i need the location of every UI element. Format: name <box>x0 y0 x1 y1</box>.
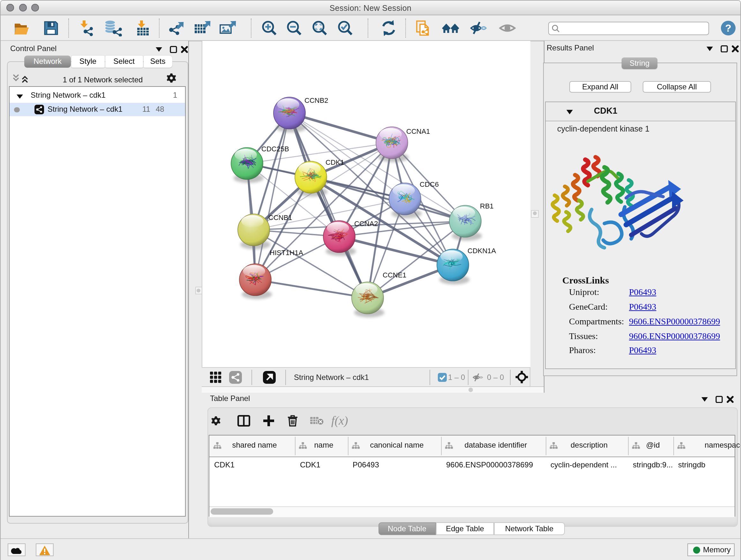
svg-text:CDC25B: CDC25B <box>261 145 289 153</box>
svg-text:CCNB2: CCNB2 <box>305 97 328 105</box>
svg-text:CDK1: CDK1 <box>326 159 344 166</box>
svg-text:?: ? <box>725 22 731 34</box>
svg-text:RB1: RB1 <box>480 202 494 210</box>
svg-text:CCNE1: CCNE1 <box>383 271 407 279</box>
svg-text:CCNB1: CCNB1 <box>268 213 292 222</box>
svg-text:CDC6: CDC6 <box>420 180 439 188</box>
svg-text:HIST1H1A: HIST1H1A <box>270 249 303 257</box>
svg-text:CCNA2: CCNA2 <box>354 220 378 228</box>
svg-text:CCNA1: CCNA1 <box>406 127 430 135</box>
svg-text:CDKN1A: CDKN1A <box>468 247 496 255</box>
